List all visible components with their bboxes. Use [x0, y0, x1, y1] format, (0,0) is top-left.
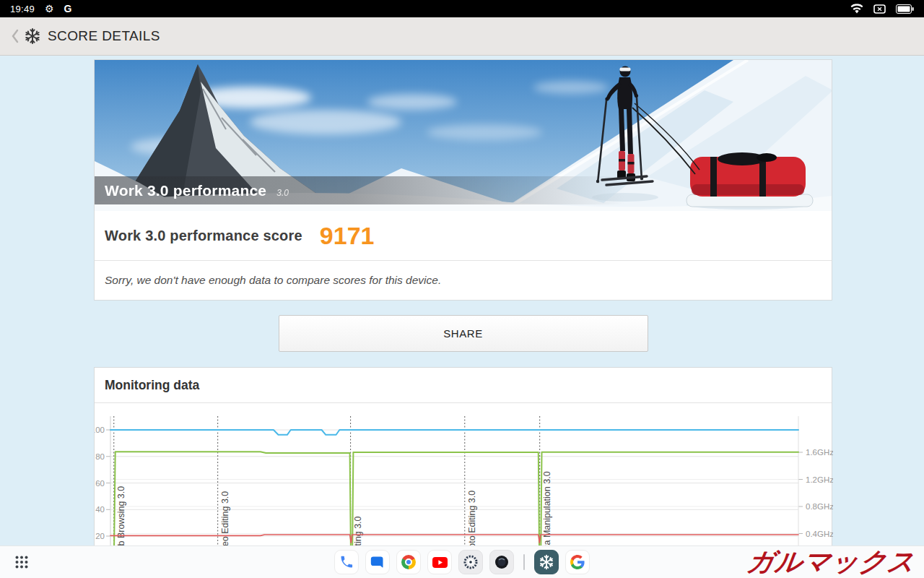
dock-divider — [523, 554, 525, 570]
compare-note-text: Sorry, we don't have enough data to comp… — [105, 274, 441, 287]
chrome-logo-icon — [401, 555, 416, 569]
clock: 19:49 — [10, 4, 35, 14]
messages-app-icon[interactable] — [365, 550, 390, 574]
svg-text:1.6GHz: 1.6GHz — [806, 448, 833, 457]
hero-title-band: Work 3.0 performance 3.0 — [95, 176, 832, 204]
benchmark-hero-image: Work 3.0 performance 3.0 — [94, 59, 832, 211]
chrome-app-icon[interactable] — [396, 550, 421, 574]
svg-text:0.8GHz: 0.8GHz — [806, 502, 833, 511]
youtube-app-icon[interactable] — [427, 550, 452, 574]
benchmark-title: Work 3.0 performance — [105, 182, 266, 199]
dock-apps — [334, 550, 590, 574]
app-bar: SCORE DETAILS — [0, 17, 924, 56]
share-row: SHARE — [94, 301, 832, 352]
app-drawer-button[interactable] — [14, 555, 29, 572]
score-row: Work 3.0 performance score 9171 — [94, 211, 832, 261]
google-notification-icon: G — [64, 3, 72, 14]
camera-app-icon[interactable] — [489, 550, 514, 574]
score-value: 9171 — [320, 222, 375, 250]
app-grid-icon — [14, 555, 29, 569]
svg-text:60: 60 — [95, 479, 105, 488]
page-title: SCORE DETAILS — [48, 28, 160, 44]
compare-note-row: Sorry, we don't have enough data to comp… — [94, 261, 832, 301]
back-button[interactable] — [7, 27, 23, 46]
svg-text:80: 80 — [95, 452, 105, 461]
share-button[interactable]: SHARE — [279, 315, 648, 352]
garumax-watermark: ガルマックス — [745, 547, 918, 577]
svg-text:0.4GHz: 0.4GHz — [806, 530, 833, 538]
monitoring-title: Monitoring data — [105, 378, 199, 393]
svg-text:20: 20 — [95, 532, 105, 540]
score-label: Work 3.0 performance score — [105, 228, 302, 244]
google-app-icon[interactable] — [565, 550, 590, 574]
phone-app-icon[interactable] — [334, 550, 359, 574]
no-sim-icon — [873, 4, 886, 14]
gear-icon: ⚙ — [45, 4, 54, 14]
pcmark-app-icon[interactable] — [534, 550, 559, 574]
battery-icon — [896, 4, 914, 14]
svg-text:100: 100 — [95, 426, 105, 434]
svg-text:1.2GHz: 1.2GHz — [806, 475, 833, 484]
wifi-icon — [850, 4, 863, 14]
score-details-content: Work 3.0 performance 3.0 Work 3.0 perfor… — [94, 56, 832, 578]
status-bar: 19:49 ⚙ G — [0, 0, 924, 17]
monitoring-header: Monitoring data — [95, 368, 832, 403]
camera-360-app-icon[interactable] — [458, 550, 483, 574]
pcmark-logo-icon — [23, 27, 42, 46]
benchmark-version: 3.0 — [276, 188, 289, 198]
svg-text:40: 40 — [95, 505, 105, 514]
